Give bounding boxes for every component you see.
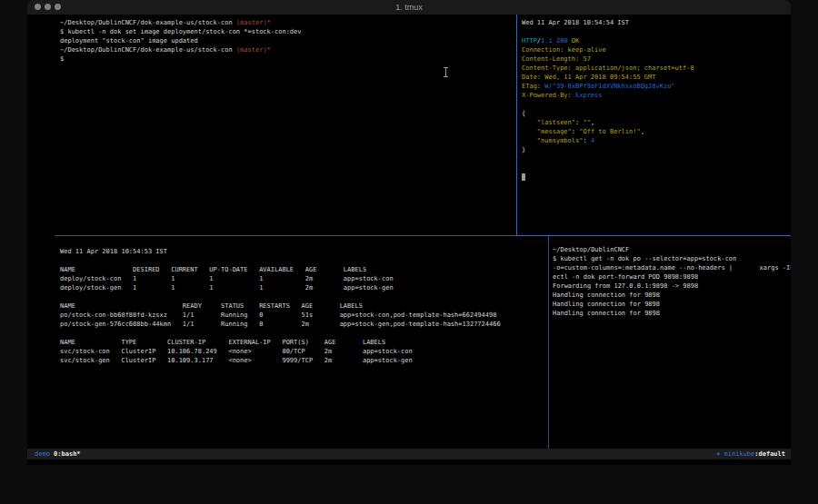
pane-kubectl-watch-output: Wed 11 Apr 2018 10:54:53 IST NAME DESIRE…: [60, 247, 554, 365]
screen: 1. tmux ~/Desktop/DublinCNCF/dok-example…: [0, 0, 818, 504]
window-title: 1. tmux: [27, 0, 791, 15]
pane-http-response[interactable]: Wed 11 Apr 2018 10:54:54 IST HTTP/1.1 20…: [517, 15, 791, 239]
pane-shell-set-image[interactable]: ~/Desktop/DublinCNCF/dok-example-us/stoc…: [55, 15, 522, 239]
tmux-status-left: demo 0:bash*: [35, 449, 81, 460]
tmux-status-bar: demo 0:bash* ⎈ minikube:default: [27, 449, 791, 460]
pane-kubectl-watch[interactable]: Wed 11 Apr 2018 10:54:53 IST NAME DESIRE…: [55, 236, 554, 460]
tmux-session-name: demo: [35, 450, 50, 458]
pane-port-forward[interactable]: ~/Desktop/DublinCNCF$ kubectl get -n dok…: [549, 236, 791, 458]
kubernetes-helm-icon: ⎈: [716, 450, 723, 458]
tmux-status-right: ⎈ minikube:default: [716, 449, 785, 460]
mouse-ibeam-cursor: [444, 67, 448, 77]
window-titlebar: 1. tmux: [27, 0, 791, 15]
terminal-window: 1. tmux ~/Desktop/DublinCNCF/dok-example…: [27, 0, 791, 465]
pane-http-response-output: Wed 11 Apr 2018 10:54:54 IST HTTP/1.1 20…: [522, 18, 791, 182]
pane-port-forward-output: ~/Desktop/DublinCNCF$ kubectl get -n dok…: [553, 245, 791, 318]
tmux-window-tab[interactable]: 0:bash*: [54, 450, 81, 458]
kube-context: minikube: [724, 450, 755, 458]
pane-shell-set-image-output: ~/Desktop/DublinCNCF/dok-example-us/stoc…: [60, 18, 522, 64]
kube-namespace: :default: [754, 450, 785, 458]
